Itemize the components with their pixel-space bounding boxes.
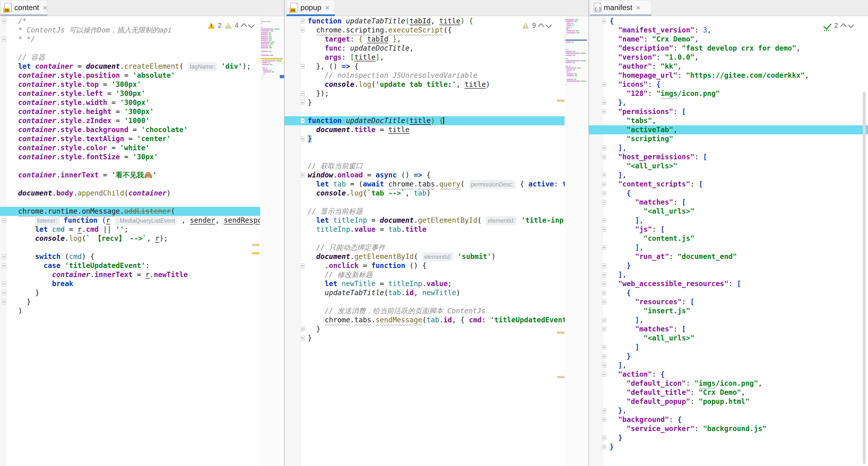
fold-marker[interactable] [301,136,305,142]
fold-marker[interactable] [602,82,606,87]
fold-marker[interactable] [602,435,606,440]
inspection-stripe-mark[interactable] [557,100,565,102]
fold-marker[interactable] [602,272,606,277]
fold-marker[interactable] [602,227,606,232]
code-line: document.title = title [308,125,588,134]
fold-marker[interactable] [602,218,606,223]
inspections-widget[interactable]: !2!4 [208,22,254,29]
fold-marker[interactable] [602,444,606,449]
minimap-mark [271,41,275,43]
fold-marker[interactable] [301,91,305,96]
code-line: } [610,261,809,270]
code-line: ], [610,170,809,180]
fold-marker[interactable] [2,300,6,305]
inspections-widget[interactable]: 2 [825,22,853,29]
fold-marker[interactable] [2,19,6,24]
editor-manifest[interactable]: { "manifest_version": 3, "name": "Crx De… [589,16,868,466]
minimap-viewport-marker[interactable] [280,75,284,78]
code-line: func: updateDocTitle, [308,44,588,53]
tab-content[interactable]: JScontent× [0,0,47,14]
fold-marker[interactable] [301,327,305,332]
code-line: let cmd = r.cmd || ''; [18,225,284,234]
minimap-mark [262,62,267,63]
fold-marker[interactable] [301,64,305,69]
close-tab-icon[interactable]: × [636,3,641,12]
minimap[interactable] [565,16,588,466]
fold-marker[interactable] [602,191,606,196]
fold-marker[interactable] [602,408,606,413]
chevron-down-icon[interactable] [248,22,254,28]
chevron-up-icon[interactable] [241,23,247,29]
minimap-mark [265,73,266,74]
fold-marker[interactable] [602,200,606,205]
fold-marker[interactable] [602,327,606,332]
warning-weak-icon[interactable]: ! [522,22,529,29]
fold-marker[interactable] [602,109,606,114]
fold-marker[interactable] [301,19,305,24]
chevron-down-icon[interactable] [848,22,854,28]
editor-content[interactable]: /** ContentJs 可以操作Dom，插入无限制的api* */// 容器… [0,16,284,466]
fold-marker[interactable] [602,281,606,286]
pane-splitter[interactable] [284,0,284,466]
minimap-mark [261,38,268,39]
fold-marker[interactable] [602,354,606,359]
tab-popup[interactable]: JSpopup× [286,0,335,14]
fold-marker[interactable] [602,146,606,151]
fold-marker[interactable] [602,182,606,187]
fold-marker[interactable] [602,372,606,377]
code-line: "background": { [610,415,809,424]
fold-marker[interactable] [2,218,6,223]
fold-marker[interactable] [2,254,6,259]
fold-marker[interactable] [602,290,606,296]
inspection-stripe-mark[interactable] [252,252,259,254]
inspections-widget[interactable]: !9 [522,22,551,29]
warning-strong-icon[interactable]: ! [208,22,215,29]
tab-label: content [14,3,39,12]
minimap-mark [581,81,586,82]
pane-splitter[interactable] [588,0,589,466]
no-problems-check-icon[interactable] [825,22,831,29]
fold-marker[interactable] [301,263,305,268]
fold-marker[interactable] [602,417,606,422]
fold-marker[interactable] [602,263,606,268]
inspection-stripe-mark[interactable] [252,244,259,246]
fold-marker[interactable] [301,28,305,33]
fold-marker[interactable] [2,290,6,296]
code-line: "version": "1.0.0", [610,53,809,62]
fold-marker[interactable] [602,317,606,322]
fold-marker[interactable] [602,19,606,24]
chevron-down-icon[interactable] [546,22,552,28]
tab-manifest[interactable]: {..}manifest× [590,0,651,14]
fold-marker[interactable] [301,336,305,341]
fold-marker[interactable] [602,245,606,250]
minimap[interactable] [260,16,284,466]
warning-weak-icon[interactable]: ! [225,22,232,29]
fold-marker[interactable] [301,118,305,123]
inspection-stripe-mark[interactable] [557,376,565,378]
fold-marker[interactable] [2,263,6,268]
minimap-mark [261,34,268,35]
fold-marker[interactable] [602,173,606,178]
chevron-up-icon[interactable] [538,23,544,29]
fold-marker[interactable] [602,100,606,105]
code-line: // noinspection JSUnresolvedVariable [308,71,588,80]
text-caret [443,117,444,124]
minimap-mark [566,55,572,56]
close-tab-icon[interactable]: × [325,3,330,12]
fold-marker[interactable] [602,155,606,159]
code-line [308,298,588,307]
inspection-stripe-mark[interactable] [557,332,565,334]
fold-marker[interactable] [2,281,6,286]
fold-marker[interactable] [301,173,305,178]
scrollbar-thumb[interactable] [863,92,866,464]
fold-marker[interactable] [602,345,606,350]
code-line: "icons": { [610,80,809,89]
close-tab-icon[interactable]: × [42,3,48,12]
editor-popup[interactable]: function updateTabTitle(tabId, title) { … [284,16,588,466]
minimap-mark [272,71,274,72]
fold-marker[interactable] [602,300,606,305]
fold-marker[interactable] [602,363,606,368]
fold-marker[interactable] [301,100,305,105]
fold-marker[interactable] [2,37,6,42]
chevron-up-icon[interactable] [840,23,846,29]
